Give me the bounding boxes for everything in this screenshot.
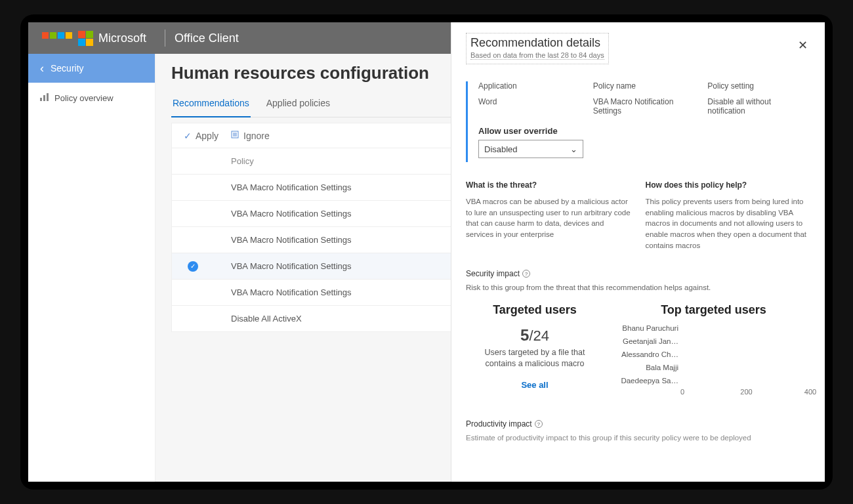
microsoft-logo-icon bbox=[41, 32, 73, 45]
value-application: Word bbox=[478, 97, 581, 116]
policy-cell: VBA Macro Notification Settings bbox=[231, 182, 352, 192]
bar-label: Bhanu Paruchuri bbox=[617, 324, 682, 332]
threat-question: What is the threat? bbox=[466, 180, 631, 190]
help-answer: This policy prevents users from being lu… bbox=[646, 196, 811, 251]
targeted-count: 5/24 bbox=[466, 326, 604, 345]
security-impact-desc: Risk to this group from the threat that … bbox=[466, 284, 810, 291]
security-impact-heading: Security impact ? bbox=[466, 269, 810, 278]
value-policy-name: VBA Macro Notification Settings bbox=[593, 97, 696, 116]
info-row: What is the threat? VBA macros can be ab… bbox=[466, 180, 810, 251]
threat-column: What is the threat? VBA macros can be ab… bbox=[466, 180, 631, 251]
security-impact-label: Security impact bbox=[466, 269, 520, 278]
chevron-left-icon bbox=[40, 62, 44, 74]
label-policy-name: Policy name bbox=[593, 81, 696, 91]
chart-axis: 0200400 bbox=[682, 388, 810, 400]
top-targeted-title: Top targeted users bbox=[617, 303, 810, 317]
microsoft-logo-icon bbox=[78, 31, 93, 46]
bar-row: Bala Majji bbox=[617, 362, 810, 373]
sidebar: Security Policy overview bbox=[28, 54, 156, 482]
close-icon: ✕ bbox=[798, 39, 808, 52]
targeted-total: /24 bbox=[529, 327, 549, 344]
bar-row: Daedeepya Sa… bbox=[617, 375, 810, 387]
axis-tick: 200 bbox=[740, 388, 752, 396]
bar-chart-icon bbox=[40, 93, 49, 103]
override-label: Allow user override bbox=[478, 126, 810, 136]
product-name: Office Client bbox=[175, 32, 239, 45]
info-icon[interactable]: ? bbox=[535, 420, 543, 428]
panel-subtitle: Based on data from the last 28 to 84 day… bbox=[470, 51, 604, 60]
chevron-down-icon: ⌄ bbox=[570, 144, 577, 154]
recommendation-details-panel: Recommendation details Based on data fro… bbox=[451, 22, 825, 482]
targeted-users-metric: Targeted users 5/24 Users targeted by a … bbox=[466, 303, 604, 400]
close-button[interactable]: ✕ bbox=[798, 38, 808, 52]
override-value: Disabled bbox=[484, 144, 518, 154]
check-icon: ✓ bbox=[184, 131, 192, 141]
targeted-title: Targeted users bbox=[466, 303, 604, 317]
checkmark-icon: ✓ bbox=[188, 261, 198, 272]
productivity-impact-desc: Estimate of productivity impact to this … bbox=[466, 434, 810, 442]
help-question: How does this policy help? bbox=[646, 180, 811, 190]
productivity-impact-label: Productivity impact bbox=[466, 419, 532, 429]
apply-button[interactable]: ✓ Apply bbox=[184, 131, 218, 141]
axis-tick: 400 bbox=[804, 388, 816, 396]
bar-chart: Bhanu ParuchuriGeetanjali Jan…Alessandro… bbox=[617, 322, 810, 387]
tab-applied-policies[interactable]: Applied policies bbox=[265, 91, 331, 117]
see-all-link[interactable]: See all bbox=[521, 380, 548, 390]
bar-row: Alessandro Ch… bbox=[617, 348, 810, 360]
summary-block: Application Policy name Policy setting W… bbox=[466, 81, 810, 162]
policy-cell: VBA Macro Notification Settings bbox=[231, 261, 352, 271]
list-icon bbox=[230, 130, 239, 141]
sidebar-item-label: Policy overview bbox=[54, 93, 114, 103]
bar-label: Bala Majji bbox=[617, 364, 682, 371]
override-select[interactable]: Disabled ⌄ bbox=[478, 140, 583, 158]
svg-rect-1 bbox=[43, 95, 45, 101]
label-policy-setting: Policy setting bbox=[707, 81, 810, 91]
threat-answer: VBA macros can be abused by a malicious … bbox=[466, 196, 631, 240]
brand-name: Microsoft bbox=[98, 32, 146, 45]
tab-recommendations[interactable]: Recommendations bbox=[171, 91, 251, 117]
bar-row: Bhanu Paruchuri bbox=[617, 322, 810, 334]
sidebar-item-policy-overview[interactable]: Policy overview bbox=[28, 83, 155, 114]
svg-rect-0 bbox=[40, 98, 42, 101]
back-security[interactable]: Security bbox=[28, 54, 155, 83]
ignore-button[interactable]: Ignore bbox=[230, 130, 270, 141]
bar-label: Alessandro Ch… bbox=[617, 350, 682, 358]
column-policy: Policy bbox=[231, 156, 254, 166]
ignore-label: Ignore bbox=[243, 131, 270, 141]
svg-rect-2 bbox=[47, 93, 49, 101]
bar-label: Geetanjali Jan… bbox=[617, 337, 682, 345]
label-application: Application bbox=[478, 81, 581, 91]
device-frame: Microsoft Office Client Security Policy … bbox=[20, 14, 833, 490]
targeted-desc: Users targeted by a file that contains a… bbox=[466, 347, 604, 369]
top-targeted-chart: Top targeted users Bhanu ParuchuriGeetan… bbox=[617, 303, 810, 400]
policy-cell: Disable All ActiveX bbox=[231, 314, 302, 324]
bar-label: Daedeepya Sa… bbox=[617, 377, 682, 385]
panel-header: Recommendation details Based on data fro… bbox=[466, 33, 609, 64]
policy-cell: VBA Macro Notification Settings bbox=[231, 235, 352, 245]
back-label: Security bbox=[51, 63, 84, 74]
axis-tick: 0 bbox=[680, 388, 684, 396]
help-column: How does this policy help? This policy p… bbox=[646, 180, 811, 251]
metrics-row: Targeted users 5/24 Users targeted by a … bbox=[466, 303, 810, 400]
policy-cell: VBA Macro Notification Settings bbox=[231, 287, 352, 297]
bar-row: Geetanjali Jan… bbox=[617, 335, 810, 347]
screen: Microsoft Office Client Security Policy … bbox=[28, 22, 825, 482]
panel-title: Recommendation details bbox=[470, 36, 604, 50]
targeted-count-number: 5 bbox=[520, 326, 529, 344]
apply-label: Apply bbox=[196, 131, 218, 141]
info-icon[interactable]: ? bbox=[522, 270, 530, 278]
divider bbox=[165, 30, 165, 47]
value-policy-setting: Disable all without notification bbox=[707, 97, 810, 116]
policy-cell: VBA Macro Notification Settings bbox=[231, 209, 352, 219]
productivity-impact-heading: Productivity impact ? bbox=[466, 419, 810, 429]
